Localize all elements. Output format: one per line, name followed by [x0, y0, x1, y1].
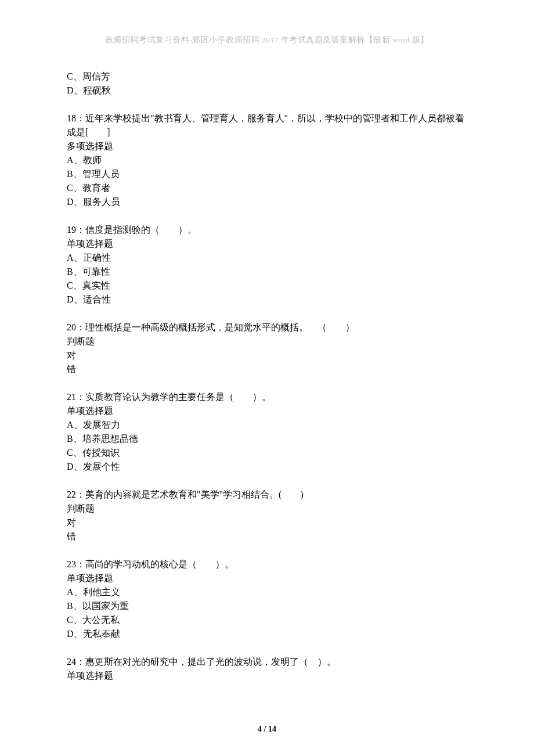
question-24: 24：惠更斯在对光的研究中，提出了光的波动说，发明了（ ）。 单项选择题: [67, 655, 467, 683]
option-d: D、适合性: [67, 293, 467, 307]
page-container: 教师招聘考试复习资料-郊区小学教师招聘 2017 年考试真题及答案解析【最新 w…: [0, 0, 534, 756]
option-false: 错: [67, 530, 467, 543]
question-stem: 21：实质教育论认为教学的主要任务是（ ）。: [67, 390, 467, 404]
question-21: 21：实质教育论认为教学的主要任务是（ ）。 单项选择题 A、发展智力 B、培养…: [67, 390, 467, 474]
question-stem: 22：美育的内容就是艺术教育和"美学"学习相结合。( ): [67, 488, 467, 502]
question-18: 18：近年来学校提出"教书育人、管理育人，服务育人"，所以，学校中的管理者和工作…: [67, 111, 467, 209]
question-stem: 20：理性概括是一种高级的概括形式，是知觉水平的概括。 （ ）: [67, 321, 467, 334]
question-23: 23：高尚的学习动机的核心是（ ）。 单项选择题 A、利他主义 B、以国家为重 …: [67, 557, 467, 641]
option-a: A、正确性: [67, 251, 467, 265]
option-a: A、教师: [67, 153, 467, 167]
question-stem: 18：近年来学校提出"教书育人、管理育人，服务育人"，所以，学校中的管理者和工作…: [67, 111, 467, 139]
option-true: 对: [67, 516, 467, 530]
question-20: 20：理性概括是一种高级的概括形式，是知觉水平的概括。 （ ） 判断题 对 错: [67, 321, 467, 376]
option-c: C、周信芳: [67, 70, 467, 84]
question-type: 单项选择题: [67, 571, 467, 585]
page-number: 4 / 14: [0, 725, 534, 734]
option-false: 错: [67, 362, 467, 376]
question-stem: 24：惠更斯在对光的研究中，提出了光的波动说，发明了（ ）。: [67, 655, 467, 669]
option-d: D、程砚秋: [67, 84, 467, 98]
page-header: 教师招聘考试复习资料-郊区小学教师招聘 2017 年考试真题及答案解析【最新 w…: [67, 35, 467, 45]
question-22: 22：美育的内容就是艺术教育和"美学"学习相结合。( ) 判断题 对 错: [67, 488, 467, 543]
option-c: C、大公无私: [67, 613, 467, 627]
question-19: 19：信度是指测验的（ ）。 单项选择题 A、正确性 B、可靠性 C、真实性 D…: [67, 223, 467, 307]
option-c: C、真实性: [67, 279, 467, 293]
question-type: 单项选择题: [67, 237, 467, 251]
option-a: A、利他主义: [67, 585, 467, 599]
question-type: 判断题: [67, 334, 467, 348]
question-type: 单项选择题: [67, 404, 467, 418]
option-d: D、无私奉献: [67, 627, 467, 641]
question-stem: 23：高尚的学习动机的核心是（ ）。: [67, 557, 467, 571]
document-content: C、周信芳 D、程砚秋 18：近年来学校提出"教书育人、管理育人，服务育人"，所…: [67, 70, 467, 683]
option-b: B、可靠性: [67, 265, 467, 279]
option-true: 对: [67, 348, 467, 362]
option-d: D、服务人员: [67, 195, 467, 209]
option-c: C、教育者: [67, 181, 467, 195]
question-17-partial: C、周信芳 D、程砚秋: [67, 70, 467, 98]
option-d: D、发展个性: [67, 460, 467, 474]
question-type: 单项选择题: [67, 669, 467, 683]
option-b: B、以国家为重: [67, 599, 467, 613]
option-a: A、发展智力: [67, 418, 467, 432]
question-stem: 19：信度是指测验的（ ）。: [67, 223, 467, 237]
question-type: 多项选择题: [67, 139, 467, 153]
question-type: 判断题: [67, 502, 467, 516]
option-c: C、传授知识: [67, 446, 467, 460]
option-b: B、培养思想品德: [67, 432, 467, 446]
option-b: B、管理人员: [67, 167, 467, 181]
